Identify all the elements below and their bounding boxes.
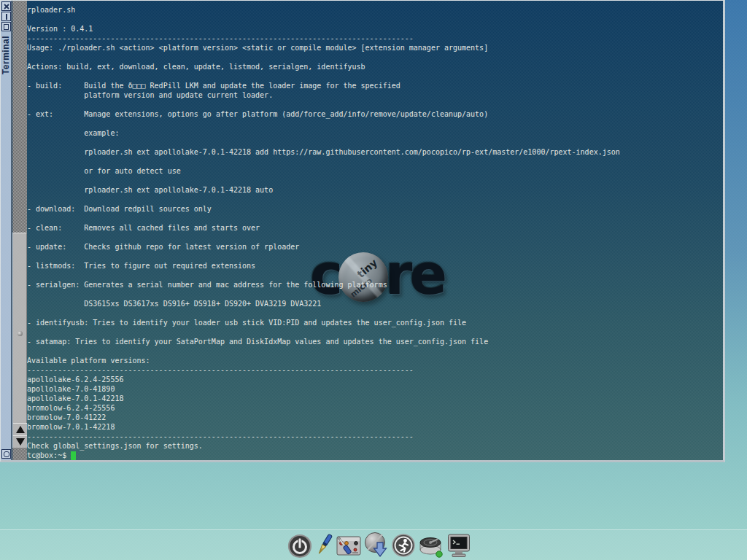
scroll-up-icon[interactable] [12,423,27,435]
shade-icon[interactable] [1,12,11,21]
control-panel-icon[interactable] [336,532,362,559]
terminal-window: Terminal c tiny micro re rploader.sh Ver… [0,0,725,462]
terminal-scrollbar[interactable] [12,1,27,460]
power-icon[interactable] [287,532,312,559]
scroll-down-icon[interactable] [12,435,27,448]
run-icon[interactable] [391,532,416,559]
pen-icon[interactable] [314,532,333,559]
iconify-icon[interactable] [1,449,11,459]
mount-icon[interactable] [418,532,444,559]
terminal-cursor [71,451,76,460]
maximize-icon[interactable] [1,22,11,31]
dock [287,529,471,559]
apps-download-icon[interactable] [364,532,389,559]
prompt-line: tc@box:~$ [27,451,76,460]
shell-prompt: tc@box:~$ [27,451,66,460]
terminal-screen[interactable]: c tiny micro re rploader.sh Version : 0.… [27,1,723,460]
scrollbar-thumb[interactable] [12,233,27,436]
window-titlebar[interactable]: Terminal [1,1,12,460]
terminal-icon[interactable] [446,532,471,559]
window-title: Terminal [1,36,12,74]
scrollbar-dimple [18,331,23,336]
close-icon[interactable] [1,1,11,11]
terminal-output: rploader.sh Version : 0.4.1 ------------… [27,5,620,451]
desktop: Terminal c tiny micro re rploader.sh Ver… [0,0,747,560]
